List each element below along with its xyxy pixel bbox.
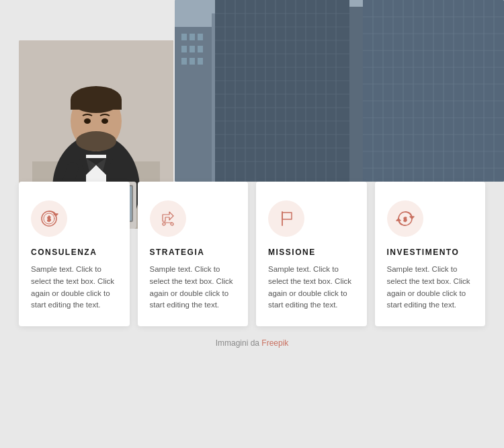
card-icon-wrapper-investimento: $: [387, 200, 423, 237]
coin-icon: $: [40, 209, 58, 228]
card-title-investimento: INVESTIMENTO: [387, 248, 474, 257]
freepik-link[interactable]: Freepik: [261, 338, 288, 348]
card-title-consulenza: CONSULENZA: [31, 248, 118, 257]
svg-rect-75: [71, 100, 122, 110]
card-text-missione: Sample text. Click to select the text bo…: [268, 264, 355, 311]
card-text-strategia: Sample text. Click to select the text bo…: [150, 264, 237, 311]
svg-rect-11: [181, 34, 187, 40]
svg-point-76: [76, 131, 116, 151]
svg-point-87: [171, 223, 173, 225]
photo-buildings: [175, 0, 504, 182]
card-icon-wrapper-missione: [268, 200, 304, 237]
card-investimento[interactable]: $ INVESTIMENTO Sample text. Click to sel…: [375, 182, 486, 326]
flag-icon: [277, 209, 296, 228]
svg-marker-93: [396, 219, 401, 221]
card-icon-wrapper-strategia: [150, 200, 186, 237]
svg-rect-14: [181, 46, 187, 52]
footer: Immagini da Freepik: [0, 326, 504, 354]
svg-rect-17: [181, 58, 187, 65]
card-title-missione: MISSIONE: [268, 248, 355, 257]
svg-rect-15: [190, 46, 195, 52]
card-icon-wrapper-consulenza: $: [31, 200, 67, 237]
svg-point-86: [163, 223, 165, 225]
card-strategia[interactable]: STRATEGIA Sample text. Click to select t…: [138, 182, 249, 326]
card-text-investimento: Sample text. Click to select the text bo…: [387, 264, 474, 311]
strategy-icon: [159, 209, 177, 228]
svg-rect-12: [190, 34, 195, 40]
svg-marker-92: [410, 217, 414, 219]
svg-point-78: [101, 118, 108, 124]
svg-text:$: $: [48, 215, 51, 223]
svg-rect-13: [198, 34, 203, 40]
investment-icon: $: [396, 209, 415, 228]
svg-text:$: $: [403, 216, 407, 223]
svg-rect-16: [198, 46, 203, 52]
card-text-consulenza: Sample text. Click to select the text bo…: [31, 264, 118, 311]
cards-section: $ CONSULENZA Sample text. Click to selec…: [0, 182, 504, 326]
footer-text: Immagini da: [216, 338, 262, 348]
card-title-strategia: STRATEGIA: [150, 248, 237, 257]
svg-marker-85: [54, 214, 58, 216]
card-missione[interactable]: MISSIONE Sample text. Click to select th…: [256, 182, 367, 326]
svg-rect-19: [198, 58, 203, 65]
card-consulenza[interactable]: $ CONSULENZA Sample text. Click to selec…: [19, 182, 130, 326]
svg-rect-18: [190, 58, 195, 65]
svg-point-77: [84, 118, 91, 124]
page-container: $ CONSULENZA Sample text. Click to selec…: [0, 0, 504, 448]
